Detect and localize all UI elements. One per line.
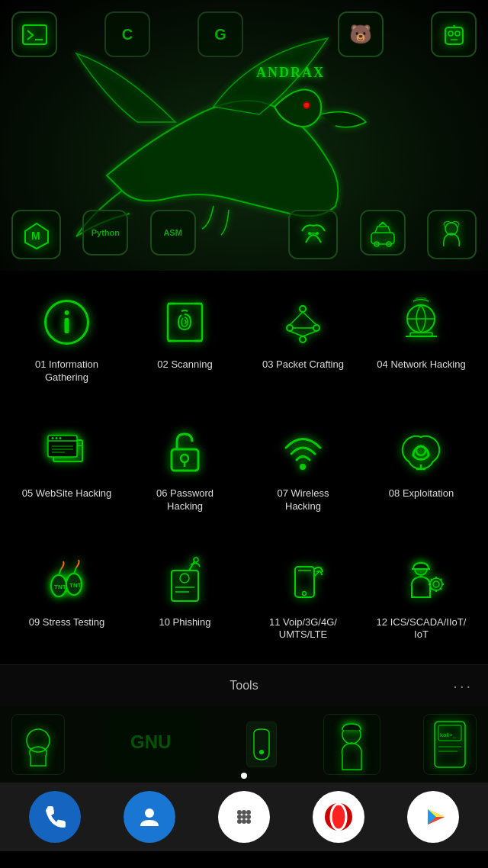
svg-line-60 (189, 561, 194, 571)
phishing-icon (156, 551, 214, 609)
voip-icon (274, 551, 332, 609)
preview-item-5[interactable]: kali>_ (423, 714, 477, 775)
svg-rect-62 (295, 567, 314, 597)
svg-point-92 (246, 819, 251, 824)
hero-icon-c[interactable]: C (104, 11, 150, 57)
hero-icon-asm[interactable]: ASM (150, 210, 196, 256)
svg-point-20 (300, 306, 306, 312)
exploitation-label: 08 Exploitation (389, 487, 454, 500)
network-hacking-label: 04 Network Hacking (377, 358, 465, 371)
ics-label: 12 ICS/SCADA/IIoT/IoT (377, 616, 467, 642)
svg-text:GNU: GNU (130, 731, 171, 752)
stress-testing-icon: TNT TNT (38, 551, 95, 609)
svg-point-90 (246, 810, 251, 815)
wireless-hacking-label: 07 WirelessHacking (278, 487, 329, 513)
svg-point-37 (52, 437, 54, 439)
hero-icon-wifi-car[interactable] (360, 210, 406, 256)
ics-icon (393, 551, 450, 609)
hero-icon-devil[interactable] (288, 210, 338, 259)
preview-item-1[interactable] (11, 714, 65, 775)
nav-apps-button[interactable] (218, 791, 270, 843)
password-hacking-icon (156, 423, 214, 480)
nav-opera-button[interactable] (313, 791, 364, 843)
grid-item-07[interactable]: 07 WirelessHacking (250, 415, 357, 521)
svg-rect-19 (168, 304, 202, 341)
svg-point-69 (433, 581, 439, 587)
tools-bar: Tools ··· (0, 664, 488, 706)
svg-line-77 (431, 588, 432, 590)
svg-point-61 (194, 558, 198, 562)
svg-point-78 (27, 729, 50, 752)
svg-line-75 (440, 588, 441, 590)
tools-more-dots[interactable]: ··· (453, 677, 473, 695)
svg-point-38 (56, 437, 58, 439)
svg-point-8 (304, 103, 309, 108)
svg-point-81 (259, 750, 264, 754)
svg-text:kali>_: kali>_ (440, 731, 457, 738)
grid-item-04[interactable]: 04 Network Hacking (368, 286, 475, 392)
svg-point-46 (300, 464, 306, 470)
svg-text:TNT: TNT (69, 582, 82, 589)
svg-rect-56 (172, 571, 198, 601)
svg-rect-18 (65, 318, 69, 333)
hero-icon-terminal[interactable] (11, 11, 57, 57)
packet-crafting-label: 03 Packet Crafting (262, 358, 344, 371)
svg-line-53 (74, 567, 76, 574)
svg-point-88 (145, 809, 154, 818)
preview-item-2[interactable]: GNU (108, 714, 199, 775)
bottom-preview: GNU kali>_ (0, 706, 488, 783)
hero-top-icons: C G ANDRAX 🐻 (0, 11, 488, 57)
andrax-title: ANDRAX (256, 65, 325, 81)
grid-item-12[interactable]: 12 ICS/SCADA/IIoT/IoT (368, 544, 475, 650)
svg-point-17 (65, 310, 69, 315)
svg-point-94 (237, 815, 242, 819)
preview-item-4[interactable] (323, 714, 380, 775)
nav-phone-button[interactable] (29, 791, 81, 843)
grid-item-09[interactable]: TNT TNT 09 Stress Testing (14, 544, 120, 650)
grid-item-03[interactable]: 03 Packet Crafting (250, 286, 357, 392)
grid-item-01[interactable]: 01 InformationGathering (14, 286, 120, 392)
password-hacking-label: 06 PasswordHacking (156, 487, 214, 513)
grid-row-2: 05 WebSite Hacking 06 PasswordHacking (8, 415, 480, 521)
svg-point-89 (237, 810, 242, 815)
grid-item-06[interactable]: 06 PasswordHacking (132, 415, 239, 521)
grid-item-02[interactable]: 02 Scanning (132, 286, 239, 392)
svg-rect-83 (435, 722, 465, 767)
hero-icon-girl[interactable] (427, 210, 477, 259)
grid-item-05[interactable]: 05 WebSite Hacking (14, 415, 120, 521)
svg-point-63 (303, 591, 307, 595)
grid-row-3: TNT TNT 09 Stress Testing (8, 544, 480, 650)
svg-point-4 (455, 31, 460, 36)
stress-testing-label: 09 Stress Testing (29, 616, 104, 629)
website-hacking-icon (38, 423, 95, 480)
hero-icon-robot[interactable] (431, 11, 477, 57)
svg-point-91 (237, 819, 242, 824)
hero-bottom-icons: M Python ASM (0, 210, 488, 259)
svg-line-27 (303, 331, 316, 336)
svg-point-22 (313, 325, 319, 331)
grid-item-10[interactable]: 10 Phishing (132, 544, 239, 650)
hero-section: C G ANDRAX 🐻 (0, 0, 488, 271)
svg-line-74 (431, 579, 432, 580)
hero-icon-bear[interactable]: 🐻 (338, 11, 384, 57)
svg-line-25 (303, 312, 316, 325)
phishing-label: 10 Phishing (159, 616, 211, 629)
svg-line-24 (290, 312, 303, 325)
grid-row-1: 01 InformationGathering 02 (8, 286, 480, 392)
hero-icon-python[interactable]: Python (82, 210, 128, 256)
scanning-icon (156, 294, 214, 351)
grid-item-08[interactable]: 08 Exploitation (368, 415, 475, 521)
wireless-hacking-icon (274, 423, 332, 480)
website-hacking-label: 05 WebSite Hacking (22, 487, 112, 500)
nav-bar (0, 783, 488, 851)
info-gathering-label: 01 InformationGathering (35, 358, 98, 384)
svg-point-39 (59, 437, 62, 439)
svg-rect-0 (23, 25, 47, 44)
nav-play-button[interactable] (407, 791, 459, 843)
hero-icon-metasploit[interactable]: M (11, 210, 61, 259)
svg-point-21 (287, 325, 293, 331)
grid-item-11[interactable]: 11 Voip/3G/4G/UMTS/LTE (250, 544, 357, 650)
nav-contacts-button[interactable] (124, 791, 175, 843)
hero-icon-g[interactable]: G (197, 11, 243, 57)
page-indicator-dot (241, 773, 247, 779)
